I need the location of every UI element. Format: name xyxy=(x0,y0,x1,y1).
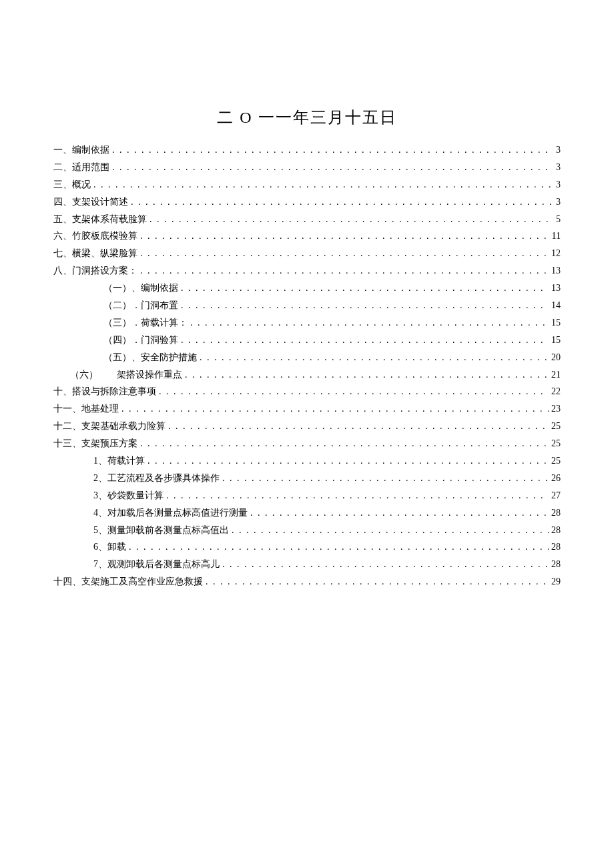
toc-label: 二、适用范围 xyxy=(53,159,109,176)
toc-leader-dots: . . . . . . . . . . . . . . . . . . . . … xyxy=(159,383,549,400)
toc-page-number: 26 xyxy=(551,470,561,487)
toc-entry: （一）、编制依据. . . . . . . . . . . . . . . . … xyxy=(53,280,561,297)
toc-label: 十四、支架施工及高空作业应急救援 xyxy=(53,573,203,590)
toc-entry: 1、荷载计算. . . . . . . . . . . . . . . . . … xyxy=(53,452,561,470)
toc-entry: 六、竹胶板底模验算. . . . . . . . . . . . . . . .… xyxy=(53,228,561,245)
toc-label: （五）、安全防护措施 xyxy=(103,349,197,366)
toc-label: 十三、支架预压方案 xyxy=(53,435,137,452)
toc-label: （四）．门洞验算 xyxy=(103,332,178,349)
toc-page-number: 28 xyxy=(551,504,561,522)
toc-label: 五、支架体系荷载脸算 xyxy=(53,211,147,228)
toc-leader-dots: . . . . . . . . . . . . . . . . . . . . … xyxy=(222,470,549,487)
toc-label: 1、荷载计算 xyxy=(93,452,145,470)
toc-leader-dots: . . . . . . . . . . . . . . . . . . . . … xyxy=(140,245,549,262)
toc-entry: 5、测量卸载前各测量点标高值出. . . . . . . . . . . . .… xyxy=(53,522,561,539)
toc-label: 7、观测卸载后各测量点标高儿 xyxy=(93,556,220,573)
toc-entry: 三、概况. . . . . . . . . . . . . . . . . . … xyxy=(53,176,561,193)
toc-leader-dots: . . . . . . . . . . . . . . . . . . . . … xyxy=(131,193,553,211)
toc-page-number: 27 xyxy=(551,487,561,504)
document-page: 二 O 一一年三月十五日 一、编制依据. . . . . . . . . . .… xyxy=(0,0,614,590)
toc-label: 四、支架设计简述 xyxy=(53,193,128,211)
toc-leader-dots: . . . . . . . . . . . . . . . . . . . . … xyxy=(140,435,549,452)
toc-entry: 七、横梁、纵梁脸算. . . . . . . . . . . . . . . .… xyxy=(53,245,561,262)
toc-label: （三）．荷载计算： xyxy=(103,314,188,332)
toc-page-number: 28 xyxy=(551,522,561,539)
toc-leader-dots: . . . . . . . . . . . . . . . . . . . . … xyxy=(140,228,549,245)
toc-label: 八、门洞搭设方案： xyxy=(53,262,137,280)
toc-page-number: 13 xyxy=(551,262,561,280)
toc-entry: 2、工艺流程及各步骤具体操作. . . . . . . . . . . . . … xyxy=(53,470,561,487)
toc-page-number: 5 xyxy=(556,211,561,228)
toc-entry: 4、对加载后各测量点标高值进行测量. . . . . . . . . . . .… xyxy=(53,504,561,522)
toc-label: （二）．门洞布置 xyxy=(103,297,178,314)
toc-label: （一）、编制依据 xyxy=(103,280,178,297)
toc-page-number: 28 xyxy=(551,538,561,556)
toc-label: 3、砂袋数量计算 xyxy=(93,487,164,504)
toc-entry: 十四、支架施工及高空作业应急救援. . . . . . . . . . . . … xyxy=(53,573,561,590)
toc-entry: （四）．门洞验算. . . . . . . . . . . . . . . . … xyxy=(53,332,561,349)
toc-entry: 一、编制依据. . . . . . . . . . . . . . . . . … xyxy=(53,141,561,159)
toc-page-number: 3 xyxy=(556,159,561,176)
toc-page-number: 3 xyxy=(556,176,561,193)
toc-label: 2、工艺流程及各步骤具体操作 xyxy=(93,470,220,487)
toc-page-number: 14 xyxy=(551,297,561,314)
toc-entry: 四、支架设计简述. . . . . . . . . . . . . . . . … xyxy=(53,193,561,211)
toc-leader-dots: . . . . . . . . . . . . . . . . . . . . … xyxy=(200,349,549,366)
toc-leader-dots: . . . . . . . . . . . . . . . . . . . . … xyxy=(93,176,553,193)
toc-page-number: 3 xyxy=(556,193,561,211)
table-of-contents: 一、编制依据. . . . . . . . . . . . . . . . . … xyxy=(53,141,561,590)
toc-page-number: 25 xyxy=(551,452,561,470)
toc-leader-dots: . . . . . . . . . . . . . . . . . . . . … xyxy=(181,332,549,349)
toc-page-number: 13 xyxy=(551,280,561,297)
toc-label: 5、测量卸载前各测量点标高值出 xyxy=(93,522,229,539)
toc-leader-dots: . . . . . . . . . . . . . . . . . . . . … xyxy=(181,280,549,297)
toc-page-number: 28 xyxy=(551,556,561,573)
toc-entry: （二）．门洞布置. . . . . . . . . . . . . . . . … xyxy=(53,297,561,314)
toc-label: （六） 架搭设操作重点 xyxy=(70,366,182,384)
toc-leader-dots: . . . . . . . . . . . . . . . . . . . . … xyxy=(206,573,549,590)
toc-leader-dots: . . . . . . . . . . . . . . . . . . . . … xyxy=(222,556,549,573)
toc-leader-dots: . . . . . . . . . . . . . . . . . . . . … xyxy=(185,366,549,384)
toc-page-number: 25 xyxy=(551,435,561,452)
toc-entry: 3、砂袋数量计算. . . . . . . . . . . . . . . . … xyxy=(53,487,561,504)
toc-label: 6、卸载 xyxy=(93,538,126,556)
toc-label: 十、搭设与拆除注意事项 xyxy=(53,383,156,400)
toc-page-number: 15 xyxy=(551,332,561,349)
document-title: 二 O 一一年三月十五日 xyxy=(53,107,561,128)
toc-page-number: 23 xyxy=(551,400,561,418)
toc-entry: 6、卸载. . . . . . . . . . . . . . . . . . … xyxy=(53,538,561,556)
toc-entry: 五、支架体系荷载脸算. . . . . . . . . . . . . . . … xyxy=(53,211,561,228)
toc-page-number: 3 xyxy=(556,141,561,159)
toc-label: 4、对加载后各测量点标高值进行测量 xyxy=(93,504,248,522)
toc-entry: 二、适用范围. . . . . . . . . . . . . . . . . … xyxy=(53,159,561,176)
toc-leader-dots: . . . . . . . . . . . . . . . . . . . . … xyxy=(168,418,549,435)
toc-entry: （三）．荷载计算：. . . . . . . . . . . . . . . .… xyxy=(53,314,561,332)
toc-entry: 十、搭设与拆除注意事项. . . . . . . . . . . . . . .… xyxy=(53,383,561,400)
toc-leader-dots: . . . . . . . . . . . . . . . . . . . . … xyxy=(190,314,549,332)
toc-leader-dots: . . . . . . . . . . . . . . . . . . . . … xyxy=(129,538,549,556)
toc-entry: 7、观测卸载后各测量点标高儿. . . . . . . . . . . . . … xyxy=(53,556,561,573)
toc-entry: （五）、安全防护措施. . . . . . . . . . . . . . . … xyxy=(53,349,561,366)
toc-leader-dots: . . . . . . . . . . . . . . . . . . . . … xyxy=(149,211,553,228)
toc-entry: （六） 架搭设操作重点. . . . . . . . . . . . . . .… xyxy=(53,366,561,384)
toc-entry: 十二、支架基础承载力险算. . . . . . . . . . . . . . … xyxy=(53,418,561,435)
toc-page-number: 29 xyxy=(551,573,561,590)
toc-page-number: 12 xyxy=(551,245,561,262)
toc-page-number: 25 xyxy=(551,418,561,435)
toc-leader-dots: . . . . . . . . . . . . . . . . . . . . … xyxy=(112,141,553,159)
toc-leader-dots: . . . . . . . . . . . . . . . . . . . . … xyxy=(166,487,549,504)
toc-leader-dots: . . . . . . . . . . . . . . . . . . . . … xyxy=(232,522,549,539)
toc-leader-dots: . . . . . . . . . . . . . . . . . . . . … xyxy=(147,452,549,470)
toc-page-number: 11 xyxy=(552,228,561,245)
toc-leader-dots: . . . . . . . . . . . . . . . . . . . . … xyxy=(112,159,553,176)
toc-leader-dots: . . . . . . . . . . . . . . . . . . . . … xyxy=(140,262,549,280)
toc-leader-dots: . . . . . . . . . . . . . . . . . . . . … xyxy=(250,504,549,522)
toc-label: 一、编制依据 xyxy=(53,141,109,159)
toc-label: 七、横梁、纵梁脸算 xyxy=(53,245,137,262)
toc-label: 三、概况 xyxy=(53,176,91,193)
toc-page-number: 21 xyxy=(551,366,561,384)
toc-entry: 十一、地基处理. . . . . . . . . . . . . . . . .… xyxy=(53,400,561,418)
toc-leader-dots: . . . . . . . . . . . . . . . . . . . . … xyxy=(121,400,549,418)
toc-label: 六、竹胶板底模验算 xyxy=(53,228,137,245)
toc-entry: 十三、支架预压方案. . . . . . . . . . . . . . . .… xyxy=(53,435,561,452)
